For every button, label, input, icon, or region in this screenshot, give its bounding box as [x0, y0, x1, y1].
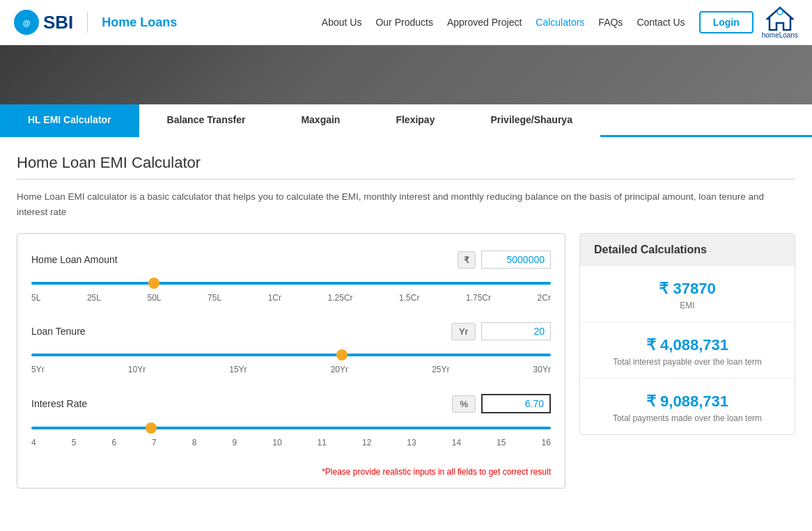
svg-text:@: @: [23, 19, 31, 27]
header: @ SBI Home Loans About Us Our Products A…: [0, 0, 812, 45]
tenure-slider-labels: 5Yr 10Yr 15Yr 20Yr 25Yr 30Yr: [31, 365, 551, 374]
tenure-input-group: Yr: [451, 322, 551, 340]
loan-amount-slider[interactable]: [31, 282, 551, 285]
disclaimer-text: *Please provide realistic inputs in all …: [31, 467, 551, 477]
home-loans-label: Home Loans: [102, 15, 177, 30]
nav-contact[interactable]: Contact Us: [637, 17, 685, 28]
tenure-slider[interactable]: [31, 354, 551, 356]
sbi-logo: @ SBI: [14, 10, 73, 35]
page-title: Home Loan EMI Calculator: [17, 154, 795, 172]
loan-amount-input[interactable]: [481, 251, 551, 269]
emi-value: ₹ 37870: [594, 280, 781, 298]
home-icon[interactable]: [766, 6, 794, 31]
hero-banner: [0, 45, 812, 104]
svg-point-3: [777, 9, 783, 15]
title-divider: [17, 179, 795, 180]
logo-divider: [87, 12, 88, 33]
nav-approved[interactable]: Approved Project: [447, 17, 522, 28]
home-icon-wrap: homeLoans: [762, 6, 798, 39]
loan-amount-row: Home Loan Amount ₹ 5L 25L 50L 75L 1Cr 1.…: [31, 251, 551, 303]
total-interest-result: ₹ 4,088,731 Total interest payable over …: [580, 322, 795, 379]
login-button[interactable]: Login: [699, 11, 754, 33]
percent-symbol: %: [452, 395, 476, 413]
interest-input[interactable]: [481, 394, 551, 413]
nav-about[interactable]: About Us: [322, 17, 362, 28]
currency-symbol: ₹: [458, 251, 476, 269]
description-text: Home Loan EMI calculator is a basic calc…: [17, 189, 795, 219]
nav-links: About Us Our Products Approved Project C…: [322, 11, 754, 33]
tenure-row: Loan Tenure Yr 5Yr 10Yr 15Yr 20Yr 25Yr 3…: [31, 322, 551, 374]
interest-slider-labels: 4 5 6 7 8 9 10 11 12 13 14 15 16: [31, 438, 551, 447]
loan-amount-header: Home Loan Amount ₹: [31, 251, 551, 269]
two-col-layout: Home Loan Amount ₹ 5L 25L 50L 75L 1Cr 1.…: [17, 233, 795, 489]
total-payment-result: ₹ 9,088,731 Total payments made over the…: [580, 379, 795, 434]
tabs-bar: HL EMI Calculator Balance Transfer Maxga…: [0, 104, 812, 137]
interest-row: Interest Rate % 4 5 6 7 8 9 10 11 12: [31, 394, 551, 447]
interest-label: Interest Rate: [31, 398, 87, 409]
interest-header: Interest Rate %: [31, 394, 551, 413]
tab-maxgain[interactable]: Maxgain: [273, 104, 368, 137]
nav-faqs[interactable]: FAQs: [598, 17, 623, 28]
total-payment-label: Total payments made over the loan term: [594, 413, 781, 423]
total-interest-label: Total interest payable over the loan ter…: [594, 357, 781, 367]
calculator-panel: Home Loan Amount ₹ 5L 25L 50L 75L 1Cr 1.…: [17, 233, 565, 489]
main-content: Home Loan EMI Calculator Home Loan EMI c…: [0, 137, 812, 500]
emi-label: EMI: [594, 301, 781, 310]
total-interest-value: ₹ 4,088,731: [594, 336, 781, 354]
tenure-label: Loan Tenure: [31, 326, 86, 337]
svg-marker-2: [767, 8, 793, 30]
tab-flexipay[interactable]: Flexipay: [368, 104, 462, 137]
tab-balance-transfer[interactable]: Balance Transfer: [139, 104, 274, 137]
results-header: Detailed Calculations: [580, 234, 795, 266]
interest-slider[interactable]: [31, 427, 551, 429]
tenure-header: Loan Tenure Yr: [31, 322, 551, 340]
tab-privilege[interactable]: Privilege/Shaurya: [462, 104, 600, 137]
home-icon-label: homeLoans: [762, 31, 798, 39]
sbi-circle-icon: @: [14, 10, 39, 35]
loan-amount-label: Home Loan Amount: [31, 254, 118, 265]
interest-input-group: %: [452, 394, 551, 413]
results-panel: Detailed Calculations ₹ 37870 EMI ₹ 4,08…: [579, 233, 795, 435]
total-payment-value: ₹ 9,088,731: [594, 393, 781, 411]
emi-result: ₹ 37870 EMI: [580, 266, 795, 322]
tenure-input[interactable]: [481, 322, 551, 340]
sbi-text: SBI: [43, 12, 73, 33]
loan-amount-slider-labels: 5L 25L 50L 75L 1Cr 1.25Cr 1.5Cr 1.75Cr 2…: [31, 293, 551, 303]
nav-products[interactable]: Our Products: [375, 17, 432, 28]
tab-hl-emi[interactable]: HL EMI Calculator: [0, 104, 139, 137]
nav-calculators[interactable]: Calculators: [536, 17, 584, 28]
loan-amount-input-group: ₹: [458, 251, 551, 269]
tenure-unit: Yr: [451, 323, 476, 340]
logo-area: @ SBI Home Loans: [14, 10, 177, 35]
